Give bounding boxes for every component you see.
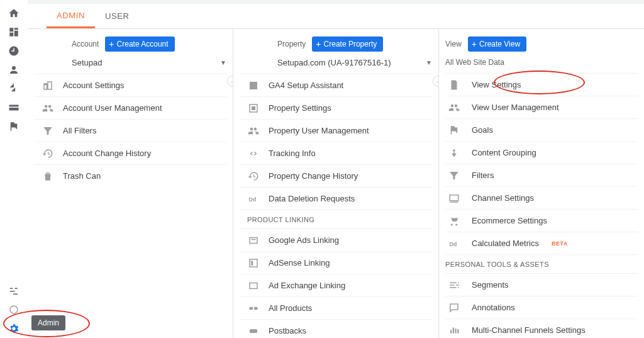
list-item[interactable]: Annotations — [445, 296, 638, 318]
create-property-button[interactable]: +Create Property — [312, 37, 383, 52]
list-item[interactable]: Postbacks — [240, 319, 432, 338]
svg-rect-10 — [250, 329, 257, 333]
svg-rect-1 — [252, 106, 255, 110]
segments-icon — [445, 279, 463, 291]
list-item[interactable]: View Settings — [445, 73, 638, 96]
list-item[interactable]: Ecommerce Settings — [445, 209, 638, 232]
filter-icon — [42, 125, 54, 137]
list-item[interactable]: All Filters — [34, 119, 226, 142]
account-selector[interactable]: Setupad▼ — [72, 55, 226, 71]
person-icon[interactable] — [0, 60, 28, 79]
list-item[interactable]: GA4 Setup Assistant — [240, 74, 432, 96]
list-item-label: Trash Can — [63, 171, 101, 181]
view-selector[interactable]: All Web Site Data — [445, 55, 638, 70]
chevron-down-icon: ▼ — [426, 59, 432, 66]
list-item[interactable]: Filters — [445, 164, 638, 186]
channel-icon — [445, 193, 463, 204]
svg-rect-9 — [254, 307, 258, 310]
card-icon[interactable] — [0, 98, 28, 117]
list-item[interactable]: Property Change History — [240, 164, 432, 187]
list-item[interactable]: Account Settings — [34, 74, 226, 96]
list-item[interactable]: Tracking Info — [240, 142, 432, 164]
create-account-button[interactable]: +Create Account — [105, 37, 174, 52]
page-icon — [445, 79, 463, 91]
list-item-label: GA4 Setup Assistant — [269, 81, 343, 90]
list-item[interactable]: Property User Management — [240, 119, 432, 142]
ads-square-icon — [247, 235, 260, 246]
section-subhead: PRODUCT LINKING — [240, 210, 432, 228]
list-item[interactable]: Content Grouping — [445, 141, 638, 164]
list-item[interactable]: Account User Management — [34, 96, 226, 119]
tab-admin[interactable]: ADMIN — [47, 11, 95, 28]
list-item-label: Filters — [472, 171, 494, 180]
check-square-icon — [247, 80, 260, 91]
tab-user[interactable]: USER — [95, 11, 140, 28]
list-item-label: All Filters — [63, 126, 96, 135]
list-item-label: Multi-Channel Funnels Settings — [472, 325, 586, 335]
create-view-button[interactable]: +Create View — [468, 37, 526, 52]
view-column-label: View — [445, 40, 462, 48]
list-item-label: Segments — [472, 280, 509, 290]
cart-icon — [445, 215, 463, 227]
list-item[interactable]: View User Management — [445, 96, 638, 118]
property-column: Property +Create Property Setupad.com (U… — [233, 29, 438, 338]
people-icon — [42, 103, 54, 114]
dd-icon: Dd — [247, 193, 260, 205]
section-subhead: PERSONAL TOOLS & ASSETS — [445, 254, 638, 273]
list-item[interactable]: Multi-Channel Funnels Settings — [445, 318, 638, 338]
home-icon[interactable] — [0, 4, 28, 23]
discover-icon[interactable] — [0, 300, 28, 319]
dashboard-icon[interactable] — [0, 23, 28, 42]
attribution-icon[interactable] — [0, 281, 28, 300]
list-item[interactable]: Ad Exchange Linking — [240, 274, 432, 296]
svg-text:Dd: Dd — [450, 240, 457, 247]
list-item-label: AdSense Linking — [269, 258, 330, 268]
svg-rect-5 — [250, 259, 257, 267]
gear-icon[interactable] — [0, 319, 28, 338]
admin-content: Account +Create Account Setupad▼ Account… — [28, 29, 644, 338]
list-item[interactable]: All Products — [240, 296, 432, 319]
list-item-label: Tracking Info — [269, 149, 316, 158]
list-item[interactable]: Google Ads Linking — [240, 228, 432, 251]
list-item[interactable]: Segments — [445, 273, 638, 296]
svg-text:Dd: Dd — [249, 196, 257, 202]
svg-rect-6 — [251, 261, 253, 266]
list-item[interactable]: Goals — [445, 118, 638, 141]
svg-rect-4 — [251, 239, 256, 240]
left-rail — [0, 0, 28, 338]
postbacks-icon — [247, 325, 260, 337]
property-selector[interactable]: Setupad.com (UA-91767516-1)▼ — [277, 55, 432, 71]
beta-badge: BETA — [552, 240, 568, 247]
clock-icon[interactable] — [0, 42, 28, 60]
list-item-label: Account Change History — [63, 149, 151, 158]
list-item-label: View User Management — [472, 103, 559, 112]
list-item[interactable]: Channel Settings — [445, 186, 638, 209]
list-item[interactable]: DdCalculated MetricsBETA — [445, 232, 638, 254]
list-item-label: Data Deletion Requests — [269, 194, 355, 203]
list-item-label: Content Grouping — [472, 148, 536, 157]
adx-icon — [247, 280, 260, 291]
mcf-icon — [445, 325, 463, 336]
list-item-label: Account User Management — [63, 103, 162, 113]
nav-arrow-icon[interactable]: → — [227, 76, 233, 87]
people-icon — [445, 102, 463, 113]
list-item-label: Postbacks — [269, 326, 306, 335]
nav-arrow-icon[interactable]: → — [433, 76, 438, 87]
list-item[interactable]: Account Change History — [34, 142, 226, 164]
list-item[interactable]: Property Settings — [240, 96, 432, 119]
list-item-label: Calculated Metrics — [472, 239, 539, 248]
dd-icon: Dd — [445, 238, 463, 249]
list-item-label: Property User Management — [269, 126, 369, 135]
conversions-icon[interactable] — [0, 79, 28, 98]
list-item[interactable]: Trash Can — [34, 164, 226, 187]
flag-icon[interactable] — [0, 117, 28, 136]
list-item[interactable]: DdData Deletion Requests — [240, 187, 432, 210]
plus-icon: + — [316, 40, 321, 48]
svg-rect-3 — [250, 237, 257, 243]
list-item-label: Account Settings — [63, 81, 125, 90]
account-column: Account +Create Account Setupad▼ Account… — [28, 29, 233, 338]
list-item-label: Property Settings — [269, 103, 331, 113]
list-item[interactable]: AdSense Linking — [240, 251, 432, 274]
link-icon — [247, 303, 260, 314]
list-item-label: Goals — [472, 125, 493, 135]
